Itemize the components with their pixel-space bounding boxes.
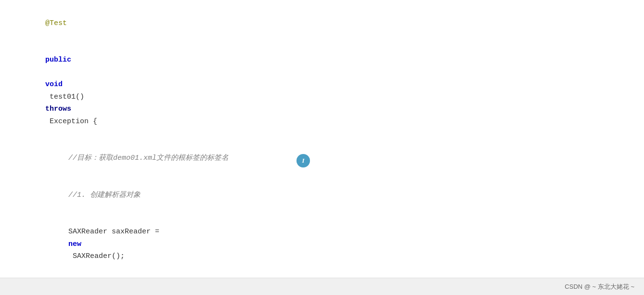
keyword-throws: throws <box>45 105 71 113</box>
method-name: test01() <box>45 93 89 101</box>
comment-2: //1. 创建解析器对象 <box>68 191 141 199</box>
code-area[interactable]: @Test public void test01() throws Except… <box>0 0 644 278</box>
annotation-line: @Test <box>19 5 634 42</box>
saxreader-init: SAXReader(); <box>68 252 125 260</box>
space1 <box>45 68 50 77</box>
cursor-symbol: I <box>302 157 304 165</box>
saxreader-type: SAXReader saxReader = <box>68 228 164 236</box>
comment-line-3: //2. 使用解析器对象读取xml配置文件，从而得到一个Document对象 <box>34 275 634 278</box>
comment-line-2: //1. 创建解析器对象 <box>34 177 634 214</box>
keyword-public: public <box>45 56 71 64</box>
code-container: @Test public void test01() throws Except… <box>0 0 644 295</box>
footer-text: CSDN @ ~ 东北大姥花 ~ <box>565 282 634 291</box>
cursor-tooltip: I <box>296 154 310 167</box>
saxreader-line: SAXReader saxReader = new SAXReader(); <box>34 214 634 275</box>
keyword-void: void <box>45 80 63 89</box>
keyword-new: new <box>68 240 81 248</box>
method-signature-line: public void test01() throws Exception { <box>19 42 634 140</box>
comment-1: //目标：获取demo01.xml文件的根标签的标签名 <box>68 154 229 162</box>
exception-text: Exception { <box>45 117 97 126</box>
annotation: @Test <box>45 19 67 27</box>
footer: CSDN @ ~ 东北大姥花 ~ <box>0 278 644 295</box>
comment-line-1: //目标：获取demo01.xml文件的根标签的标签名 <box>34 140 634 177</box>
